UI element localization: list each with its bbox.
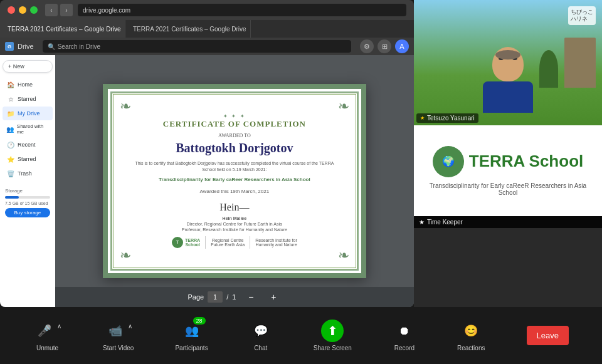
mic-icon: 🎤 [33,320,56,342]
settings-icon[interactable]: ⚙ [360,39,374,53]
sidebar-item-starred[interactable]: ☆ Starred [3,92,53,106]
cert-corner-tr: ❧ [331,94,356,119]
tab-2[interactable]: TERRA 2021 Certificates – Google Drive [125,20,251,38]
sidebar-starred2-label: Starred [18,156,36,162]
mic-chevron-icon: ∧ [57,323,61,330]
sidebar-item-starred2[interactable]: ⭐ Starred [3,152,53,166]
minimize-button[interactable] [19,6,26,14]
address-text: drive.google.com [83,7,130,14]
person-silhouette [483,47,533,113]
cert-content: ✦ ✦ ✦ CERTIFICATE OF COMPLETION AWARDED … [134,113,335,249]
storage-section: Storage 7.5 GB of 15 GB used Buy storage [3,185,53,220]
sidebar-trash-label: Trash [18,170,32,177]
zoom-toolbar: 🎤 ∧ Unmute 📹 ∧ Start Video 👥 28 Particip… [0,307,602,364]
share-screen-group[interactable]: ⬆ Share Screen [314,320,352,351]
account-icon[interactable]: A [395,39,409,53]
video-content: ちびっこハリネ [414,0,602,125]
pin-icon: ★ [420,115,425,121]
certificate-page: ❧ ❧ ❧ ❧ ✦ ✦ ✦ CERTIFICATE OF COMPLETION … [103,84,366,278]
japanese-sticker: ちびっこハリネ [568,6,596,25]
share-screen-icon: ⬆ [321,320,344,342]
page-label: Page [187,293,204,301]
pdf-viewer: ❧ ❧ ❧ ❧ ✦ ✦ ✦ CERTIFICATE OF COMPLETION … [55,55,414,307]
title-bar: ‹ › drive.google.com [0,0,414,20]
video-name-tag: ★ Tetsuzo Yasunari [416,113,478,123]
cert-logos: T TERRASchool Regional CentreFuture Eart… [134,236,335,249]
start-video-group[interactable]: 📹 ∧ Start Video [103,320,134,351]
tab-1[interactable]: TERRA 2021 Certificates – Google Drive [0,20,125,38]
tab-1-label: TERRA 2021 Certificates – Google Drive [8,26,121,33]
record-icon: ⏺ [393,320,416,342]
participants-icon-wrapper: 👥 28 [181,320,203,342]
time-keeper-pin: ★ [419,219,425,226]
drive-text: Drive [18,43,34,50]
unmute-with-arrow: 🎤 ∧ [33,320,61,342]
cert-rihn-logo: Research Institute forHumanity and Natur… [255,238,297,247]
address-bar[interactable]: drive.google.com [78,4,406,16]
close-button[interactable] [8,6,15,14]
sidebar-mydrive-label: My Drive [18,110,40,117]
page-total: 1 [232,293,236,301]
terra-circle-icon: 🌍 [433,146,464,177]
pdf-toolbar: Page / 1 − + [55,287,414,307]
hair [495,50,520,60]
storage-used: 7.5 GB of 15 GB used [5,201,50,205]
sidebar-item-shared[interactable]: 👥 Shared with me [3,121,53,137]
share-screen-label: Share Screen [314,345,352,351]
reactions-icon: 😊 [460,320,482,342]
record-group[interactable]: ⏺ Record [393,320,416,351]
cert-logo-circle: T [172,237,183,248]
nav-buttons: ‹ › [45,4,73,16]
forward-button[interactable]: › [60,4,73,16]
zoom-in-button[interactable]: + [266,289,281,304]
sidebar-item-mydrive[interactable]: 📁 My Drive [3,107,53,120]
cert-date: Awarded this 19th March, 2021 [134,189,335,194]
participants-group[interactable]: 👥 28 Participants [175,320,208,351]
zoom-out-button[interactable]: − [243,289,258,304]
leave-label: Leave [537,331,559,340]
participant-name: Tetsuzo Yasunari [427,115,475,122]
page-number-input[interactable] [208,291,223,303]
video-with-arrow: 📹 ∧ [104,320,132,342]
back-button[interactable]: ‹ [45,4,58,16]
address-bar-area: drive.google.com [78,4,406,16]
unmute-group[interactable]: 🎤 ∧ Unmute [33,320,61,351]
sidebar-item-home[interactable]: 🏠 Home [3,78,53,91]
cert-signatory-title: Director, Regional Centre for Future Ear… [182,222,287,232]
person-body [483,81,533,113]
right-panel: ちびっこハリネ ★ Tetsuzo Yasunari 🌍 TERRA Schoo… [414,0,602,307]
start-video-label: Start Video [103,345,134,351]
trash-icon: 🗑️ [6,169,15,178]
time-keeper-label: Time Keeper [427,219,463,226]
starred2-icon: ⭐ [6,155,15,164]
record-label: Record [394,345,415,351]
grid-icon[interactable]: ⊞ [378,39,391,53]
video-icon: 📹 [104,320,127,342]
chat-icon: 💬 [250,320,272,342]
home-icon: 🏠 [6,80,15,89]
sidebar-item-trash[interactable]: 🗑️ Trash [3,167,53,180]
participants-label: Participants [175,345,208,351]
cert-rc-logo: Regional CentreFuture Earth Asia [211,238,245,247]
cert-recipient-name: Battogtokh Dorjgotov [134,141,335,155]
sidebar-item-recent[interactable]: 🕐 Recent [3,138,53,152]
recent-icon: 🕐 [6,140,15,149]
cert-signatory-name: Hein Mallee [223,216,247,221]
leave-button[interactable]: Leave [527,326,569,345]
pdf-page-info: Page / 1 [187,291,236,303]
maximize-button[interactable] [30,6,38,14]
terra-school-tile: 🌍 TERRA School Transdisciplinarity for E… [414,125,602,216]
reactions-group[interactable]: 😊 Reactions [457,320,485,351]
page-separator: / [226,293,228,301]
search-bar[interactable]: 🔍 Search in Drive [43,40,351,53]
cert-terra-logo: T TERRASchool [172,237,200,248]
reactions-label: Reactions [457,345,485,351]
video-tile: ちびっこハリネ ★ Tetsuzo Yasunari [414,0,602,125]
buy-storage-btn[interactable]: Buy storage [5,208,50,217]
new-button-label: + New [8,63,24,70]
storage-fill [5,196,19,199]
new-button[interactable]: + New [3,60,53,73]
chat-group[interactable]: 💬 Chat [250,320,272,351]
drive-sidebar: + New 🏠 Home ☆ Starred 📁 My Drive 👥 Shar… [0,55,55,307]
video-chevron-icon: ∧ [128,323,132,330]
